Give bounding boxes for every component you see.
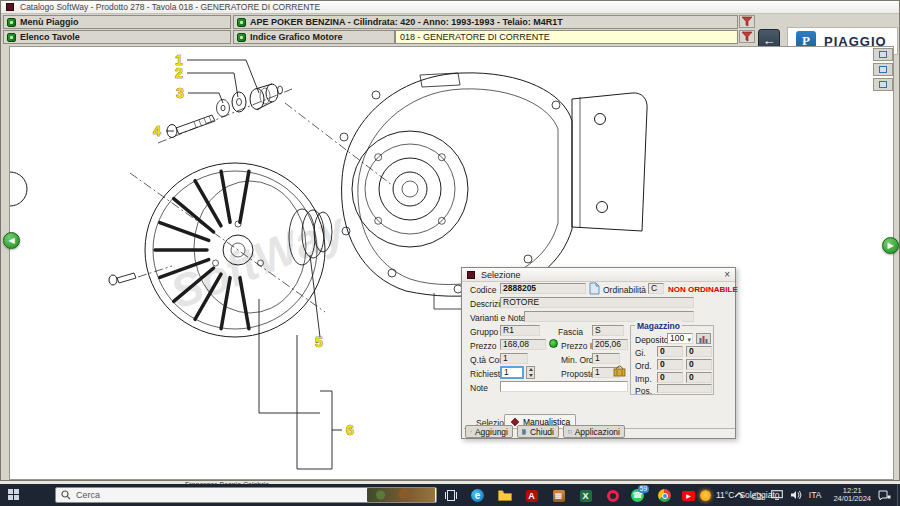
applicazioni-label: Applicazioni xyxy=(575,427,620,437)
impegnato-field-1: 0 xyxy=(657,372,683,383)
prezzo-field[interactable]: 168,08 xyxy=(500,339,546,350)
volume-icon[interactable] xyxy=(790,490,802,500)
search-highlight-image[interactable] xyxy=(367,488,435,502)
check-icon xyxy=(470,427,472,436)
store-app-button[interactable]: ▦ xyxy=(551,488,566,503)
callout-2[interactable]: 2 xyxy=(175,65,183,81)
indice-grafico-button[interactable]: Indice Grafico Motore xyxy=(233,30,395,44)
network-display-icon[interactable] xyxy=(771,490,783,500)
giacenza-label: Gi. xyxy=(635,348,646,358)
codice-field[interactable]: 2888205 xyxy=(500,283,586,294)
prev-table-button[interactable]: ◀ xyxy=(3,232,20,249)
document-icon[interactable] xyxy=(589,282,600,295)
proposte-label: Proposte xyxy=(561,369,595,379)
callout-3[interactable]: 3 xyxy=(176,85,184,101)
filter-button-bottom[interactable] xyxy=(739,30,755,43)
chrome-icon xyxy=(658,489,671,502)
whatsapp-button[interactable]: ☎ 59 xyxy=(630,488,645,503)
ordinato-field-2: 0 xyxy=(686,359,712,370)
file-explorer-button[interactable] xyxy=(497,488,512,503)
start-button[interactable] xyxy=(8,489,20,501)
note-label: Note xyxy=(470,383,488,393)
magazzino-group: Magazzino Deposito 100 ▾ Gi. 0 0 Ord. 0 … xyxy=(630,325,714,395)
elenco-tavole-button[interactable]: Elenco Tavole xyxy=(3,30,231,44)
chiudi-label: Chiudi xyxy=(530,427,554,437)
weather-temp: 11°C xyxy=(716,490,734,500)
fascia-field[interactable]: S xyxy=(592,325,624,336)
toolbar: Menù Piaggio Elenco Tavole APE POKER BEN… xyxy=(1,14,899,45)
min-ord-field[interactable]: 1 xyxy=(592,353,620,364)
callout-5[interactable]: 5 xyxy=(315,334,323,350)
diagram-canvas: SoftWay xyxy=(9,46,894,480)
callout-6[interactable]: 6 xyxy=(346,422,354,438)
deposito-lookup-button[interactable] xyxy=(696,333,711,344)
note-field[interactable] xyxy=(500,381,628,392)
arrow-left-icon: ◀ xyxy=(8,236,14,245)
acrobat-button[interactable]: A xyxy=(524,488,539,503)
notification-icon[interactable] xyxy=(877,489,891,502)
aggiungi-button[interactable]: Aggiungi xyxy=(465,425,513,438)
chevron-down-icon: ▾ xyxy=(687,335,691,344)
richiesta-stepper[interactable] xyxy=(526,366,535,379)
ordinato-field-1: 0 xyxy=(657,359,683,370)
deposito-label: Deposito xyxy=(635,335,669,345)
close-icon[interactable]: × xyxy=(724,270,730,280)
view-icon xyxy=(879,51,887,58)
youtube-icon: ▶ xyxy=(682,491,695,501)
menu-piaggio-label: Menù Piaggio xyxy=(20,17,79,27)
pos-field[interactable] xyxy=(657,384,712,393)
clock-date: 24/01/2024 xyxy=(833,495,871,503)
excel-button[interactable]: X xyxy=(578,488,593,503)
app-window: Catalogo SoftWay - Prodotto 278 - Tavola… xyxy=(0,0,900,481)
qta-conf-field[interactable]: 1 xyxy=(500,353,528,364)
ordinabilita-field[interactable]: C xyxy=(648,283,664,294)
opera-icon xyxy=(607,490,619,502)
exploded-diagram: SoftWay xyxy=(10,47,895,481)
dialog-title: Selezione xyxy=(481,270,521,280)
tavola-input[interactable]: 018 - GENERATORE DI CORRENTE xyxy=(395,30,738,44)
applicazioni-button[interactable]: Applicazioni xyxy=(563,425,625,438)
giacenza-field-2: 0 xyxy=(686,346,712,357)
filter-button-top[interactable] xyxy=(739,15,755,28)
language-indicator[interactable]: ITA xyxy=(809,490,822,500)
menu-piaggio-button[interactable]: Menù Piaggio xyxy=(3,15,231,29)
tray-expand-icon[interactable] xyxy=(734,491,744,499)
callout-4[interactable]: 4 xyxy=(153,123,161,139)
deposito-select[interactable]: 100 ▾ xyxy=(667,333,693,344)
indice-grafico-label: Indice Grafico Motore xyxy=(250,32,343,42)
gruppo-ord-field[interactable]: R1 xyxy=(500,325,540,336)
sun-icon xyxy=(700,490,711,501)
next-table-button[interactable]: ▶ xyxy=(882,237,899,254)
descrizione-field[interactable]: ROTORE xyxy=(500,297,694,308)
grid-icon xyxy=(568,427,572,437)
chrome-button[interactable] xyxy=(657,488,672,503)
edge-button[interactable]: e xyxy=(470,488,485,503)
basket-icon[interactable] xyxy=(613,365,626,377)
opera-button[interactable] xyxy=(605,488,620,503)
onedrive-cloud-icon[interactable] xyxy=(751,491,764,500)
price-status-icon xyxy=(549,339,558,348)
folder-icon xyxy=(498,490,512,501)
search-input[interactable]: Cerca xyxy=(55,487,437,503)
chiudi-button[interactable]: Chiudi xyxy=(517,425,559,438)
clock[interactable]: 12:21 24/01/2024 xyxy=(833,487,871,503)
selezione-dialog: Selezione × Codice 2888205 Ordinabilità … xyxy=(461,267,736,439)
view-button-1[interactable] xyxy=(873,48,893,61)
view-button-2[interactable] xyxy=(873,63,893,76)
prezzo-ivato-field[interactable]: 205,06 xyxy=(592,339,628,350)
arrow-right-icon: ▶ xyxy=(887,241,893,250)
task-view-button[interactable] xyxy=(443,488,458,503)
dialog-titlebar[interactable]: Selezione × xyxy=(462,268,735,282)
funnel-icon xyxy=(741,31,753,42)
richiesta-input[interactable]: 1 xyxy=(500,366,524,379)
menu-piaggio-icon xyxy=(7,18,16,27)
aggiungi-label: Aggiungi xyxy=(475,427,508,437)
non-ordinabile-status: NON ORDINABILE xyxy=(668,285,738,294)
youtube-button[interactable]: ▶ xyxy=(681,488,696,503)
deposito-value: 100 xyxy=(670,333,684,343)
vehicle-info-bar[interactable]: APE POKER BENZINA - Cilindrata: 420 - An… xyxy=(233,15,738,29)
whatsapp-icon: ☎ 59 xyxy=(631,489,644,502)
search-placeholder: Cerca xyxy=(76,490,367,500)
view-button-3[interactable] xyxy=(873,78,893,91)
dialog-icon xyxy=(467,271,475,279)
